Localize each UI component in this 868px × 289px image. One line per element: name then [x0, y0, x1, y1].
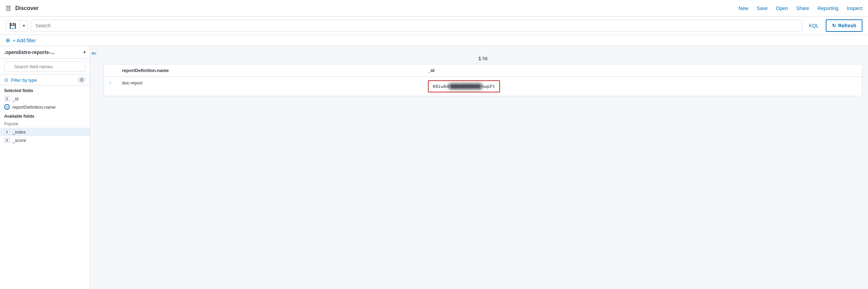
id-value: K0iw64████████████swpFt — [433, 84, 495, 89]
top-nav-left: ☰ Discover — [6, 4, 739, 12]
sidebar-search-wrapper: 🔍 — [4, 62, 86, 72]
selected-field-id[interactable]: t _id — [0, 94, 90, 103]
selected-field-report-definition-name[interactable]: ⊙ reportDefinition.name — [0, 103, 90, 111]
nav-open[interactable]: Open — [776, 6, 788, 11]
id-suffix: swpFt — [482, 84, 495, 89]
available-field-index[interactable]: t _index — [0, 128, 90, 136]
field-type-t-index-badge: t — [4, 129, 10, 135]
filter-type-badge: 0 — [78, 77, 86, 83]
th-id: _id — [422, 64, 862, 77]
index-pattern-header: .opendistro-reports-... ▾ — [0, 46, 90, 59]
refresh-icon: ↻ — [832, 23, 836, 28]
filter-type-label: Filter by type — [11, 78, 75, 83]
search-input[interactable] — [31, 20, 802, 31]
sidebar-search-input[interactable] — [4, 62, 86, 72]
filter-globe-icon: ⊕ — [6, 37, 10, 44]
sidebar-search: 🔍 — [0, 59, 90, 75]
expand-cell[interactable]: › — [104, 77, 116, 96]
refresh-button[interactable]: ↻ Refresh — [826, 19, 862, 32]
kql-button[interactable]: KQL — [805, 21, 823, 30]
id-prefix: K0iw64 — [433, 84, 449, 89]
sidebar: .opendistro-reports-... ▾ 🔍 ⊙ Filter by … — [0, 46, 90, 289]
popular-label: Popular — [0, 120, 90, 128]
filter-bar: ⊕ + Add filter — [0, 35, 868, 46]
nav-new[interactable]: New — [739, 6, 748, 11]
filter-by-type[interactable]: ⊙ Filter by type 0 — [0, 75, 90, 85]
field-name-reportdefinition: reportDefinition.name — [12, 105, 55, 110]
nav-inspect[interactable]: Inspect — [847, 6, 862, 11]
hamburger-icon[interactable]: ☰ — [6, 4, 11, 12]
app-title: Discover — [15, 5, 39, 11]
save-icon-button[interactable]: 💾 — [6, 20, 20, 31]
search-input-container — [31, 20, 802, 31]
field-name-score: _score — [12, 138, 26, 143]
results-table: reportDefinition.name _id › doc-report — [104, 64, 862, 96]
field-circle-icon: ⊙ — [4, 104, 10, 110]
add-filter-link[interactable]: + Add filter — [13, 38, 36, 43]
id-blurred: ████████████ — [449, 84, 482, 89]
th-report-definition-name: reportDefinition.name — [116, 64, 422, 77]
top-nav-right: New Save Open Share Reporting Inspect — [739, 6, 862, 11]
index-pattern-name: .opendistro-reports-... — [4, 49, 81, 55]
field-type-t-score-badge: t — [4, 137, 10, 143]
refresh-label: Refresh — [838, 23, 856, 28]
th-expand — [104, 64, 116, 77]
selected-fields-title: Selected fields — [0, 85, 90, 94]
id-highlighted-box: K0iw64████████████swpFt — [428, 80, 500, 92]
nav-reporting[interactable]: Reporting — [817, 6, 839, 11]
table-header-row: reportDefinition.name _id — [104, 64, 862, 77]
nav-share[interactable]: Share — [796, 6, 809, 11]
filter-type-icon: ⊙ — [4, 77, 8, 83]
report-definition-name-cell: doc-report — [116, 77, 422, 96]
expand-chevron-icon[interactable]: › — [109, 81, 111, 85]
available-fields-title: Available fields — [0, 111, 90, 120]
field-type-t-badge: t — [4, 96, 10, 101]
available-field-score[interactable]: t _score — [0, 136, 90, 144]
top-nav: ☰ Discover New Save Open Share Reporting… — [0, 0, 868, 17]
field-name-id: _id — [12, 96, 18, 101]
save-btn-group: 💾 ▾ — [6, 20, 28, 31]
sidebar-collapse-area: ⇐ — [90, 46, 98, 289]
results-table-container: reportDefinition.name _id › doc-report — [104, 64, 862, 96]
save-dropdown-button[interactable]: ▾ — [20, 21, 28, 30]
table-row: › doc-report K0iw64████████████swpFt — [104, 77, 862, 96]
results-hits: 1 hit — [104, 52, 862, 64]
index-pattern-chevron[interactable]: ▾ — [84, 50, 86, 55]
main-layout: .opendistro-reports-... ▾ 🔍 ⊙ Filter by … — [0, 46, 868, 289]
nav-save[interactable]: Save — [757, 6, 768, 11]
search-bar: 💾 ▾ KQL ↻ Refresh — [0, 17, 868, 35]
sidebar-collapse-icon[interactable]: ⇐ — [91, 49, 97, 57]
content-area: 1 hit reportDefinition.name _id › — [98, 46, 868, 289]
field-name-index: _index — [12, 129, 26, 135]
id-cell: K0iw64████████████swpFt — [422, 77, 862, 96]
